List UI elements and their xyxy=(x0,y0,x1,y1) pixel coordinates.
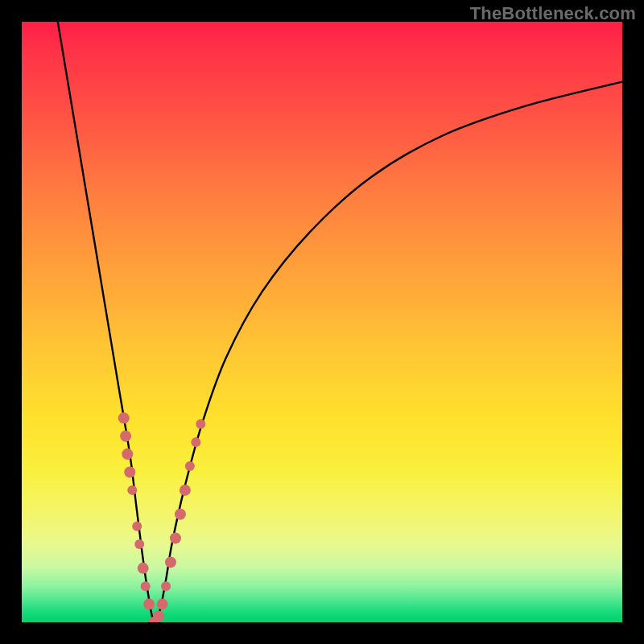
curve-marker xyxy=(138,563,149,574)
curve-marker xyxy=(143,599,155,610)
curve-marker xyxy=(157,599,168,610)
curve-marker xyxy=(127,485,137,495)
curve-marker xyxy=(120,431,131,442)
curve-markers xyxy=(118,412,205,622)
curve-layer xyxy=(22,22,622,622)
curve-marker xyxy=(134,539,144,549)
watermark-text: TheBottleneck.com xyxy=(470,3,636,24)
chart-frame: TheBottleneck.com xyxy=(0,0,644,644)
curve-marker xyxy=(180,485,191,496)
plot-area xyxy=(22,22,622,622)
curve-marker xyxy=(170,533,181,544)
curve-marker xyxy=(175,509,186,520)
curve-marker xyxy=(185,461,195,471)
curve-marker xyxy=(161,581,171,591)
bottleneck-curve xyxy=(58,22,622,622)
curve-marker xyxy=(132,522,142,531)
curve-marker xyxy=(191,437,200,447)
curve-marker xyxy=(124,467,135,478)
curve-marker xyxy=(118,412,130,423)
curve-marker xyxy=(122,448,133,460)
curve-marker xyxy=(165,556,176,568)
curve-marker xyxy=(153,611,164,622)
curve-marker xyxy=(141,581,151,591)
curve-marker xyxy=(196,419,205,429)
